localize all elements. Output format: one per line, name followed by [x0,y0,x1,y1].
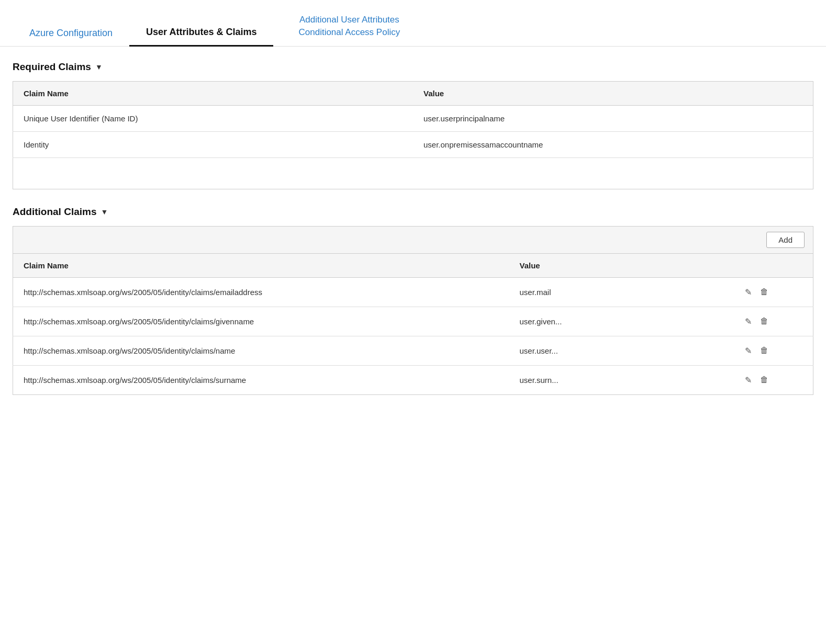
table-row-spacer [13,157,813,189]
page-content: Required Claims ▼ Claim Name Value Uniqu… [0,47,826,424]
edit-claim-button[interactable]: ✎ [744,374,753,386]
additional-claims-title: Additional Claims [13,206,96,218]
required-claims-chevron-icon[interactable]: ▼ [95,63,103,71]
additional-claim-actions: ✎ 🗑 [733,277,813,307]
action-icons: ✎ 🗑 [744,286,802,298]
edit-claim-button[interactable]: ✎ [744,315,753,327]
action-icons: ✎ 🗑 [744,374,802,386]
additional-claim-name: http://schemas.xmlsoap.org/ws/2005/05/id… [13,365,509,394]
delete-claim-button[interactable]: 🗑 [759,286,769,298]
delete-claim-button[interactable]: 🗑 [759,345,769,356]
required-claims-table: Claim Name Value Unique User Identifier … [13,81,813,189]
required-claim-value: user.userprincipalname [413,105,813,131]
required-claim-name: Unique User Identifier (Name ID) [13,105,414,131]
edit-claim-button[interactable]: ✎ [744,345,753,357]
additional-claim-actions: ✎ 🗑 [733,307,813,336]
tab-conditional-access-label: Conditional Access Policy [298,26,400,39]
table-row: http://schemas.xmlsoap.org/ws/2005/05/id… [13,365,813,394]
additional-claim-value: user.mail [509,277,733,307]
required-claims-header: Required Claims ▼ [13,61,813,73]
table-row: Unique User Identifier (Name ID) user.us… [13,105,813,131]
edit-claim-button[interactable]: ✎ [744,286,753,298]
tab-azure-config[interactable]: Azure Configuration [13,21,129,46]
additional-claims-table: Claim Name Value http://schemas.xmlsoap.… [13,253,813,395]
table-row: http://schemas.xmlsoap.org/ws/2005/05/id… [13,277,813,307]
additional-claim-name: http://schemas.xmlsoap.org/ws/2005/05/id… [13,336,509,365]
table-row: Identity user.onpremisessamaccountname [13,131,813,157]
additional-claims-header: Additional Claims ▼ [13,206,813,218]
additional-claims-toolbar: Add [13,226,813,253]
additional-col-actions [733,253,813,277]
additional-claims-header-row: Claim Name Value [13,253,813,277]
action-icons: ✎ 🗑 [744,315,802,327]
tab-additional-right[interactable]: Additional User Attributes Conditional A… [273,9,417,46]
required-claims-header-row: Claim Name Value [13,81,813,105]
additional-col-value: Value [509,253,733,277]
table-row: http://schemas.xmlsoap.org/ws/2005/05/id… [13,336,813,365]
additional-claim-name: http://schemas.xmlsoap.org/ws/2005/05/id… [13,307,509,336]
additional-claim-value: user.user... [509,336,733,365]
required-claims-title: Required Claims [13,61,91,73]
delete-claim-button[interactable]: 🗑 [759,374,769,386]
delete-claim-button[interactable]: 🗑 [759,315,769,327]
required-claim-value: user.onpremisessamaccountname [413,131,813,157]
tab-user-attributes[interactable]: User Attributes & Claims [129,20,273,47]
required-col-claim-name: Claim Name [13,81,414,105]
additional-claims-chevron-icon[interactable]: ▼ [101,208,108,216]
nav-tabs: Azure Configuration User Attributes & Cl… [0,0,826,47]
additional-claim-actions: ✎ 🗑 [733,336,813,365]
table-row: http://schemas.xmlsoap.org/ws/2005/05/id… [13,307,813,336]
required-col-value: Value [413,81,813,105]
required-claim-name: Identity [13,131,414,157]
additional-col-claim-name: Claim Name [13,253,509,277]
tab-additional-user-attr-label: Additional User Attributes [299,14,399,26]
additional-claim-value: user.given... [509,307,733,336]
additional-claim-value: user.surn... [509,365,733,394]
add-claim-button[interactable]: Add [766,232,805,248]
additional-claim-name: http://schemas.xmlsoap.org/ws/2005/05/id… [13,277,509,307]
additional-claim-actions: ✎ 🗑 [733,365,813,394]
action-icons: ✎ 🗑 [744,345,802,357]
